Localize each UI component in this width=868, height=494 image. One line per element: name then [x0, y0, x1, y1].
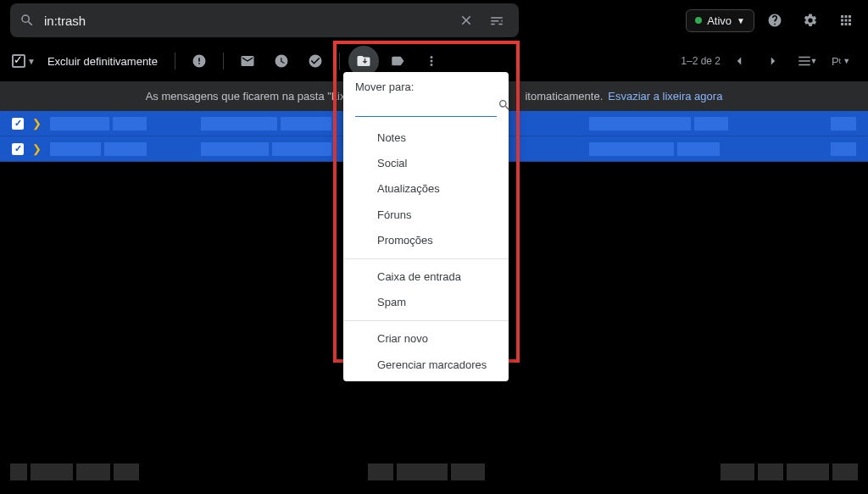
move-group-3: Criar novo Gerenciar marcadores	[343, 326, 509, 377]
report-spam-icon[interactable]	[184, 46, 214, 76]
move-to-popup: Mover para: Notes Social Atualizações Fó…	[343, 72, 509, 381]
divider	[343, 258, 509, 259]
add-task-icon[interactable]	[300, 46, 331, 76]
separator	[339, 53, 340, 69]
page-info: 1–2 de 2	[681, 55, 721, 67]
empty-trash-link[interactable]: Esvaziar a lixeira agora	[608, 90, 722, 103]
chevron-down-icon: ▼	[737, 16, 745, 25]
move-item-create-new[interactable]: Criar novo	[343, 326, 509, 352]
status-label: Ativo	[707, 14, 732, 27]
row-checkbox[interactable]: ✓	[12, 143, 24, 155]
move-item-spam[interactable]: Spam	[343, 290, 509, 315]
important-icon[interactable]: ❯	[32, 117, 42, 130]
density-icon[interactable]: ▼	[792, 46, 822, 76]
banner-text-left: As mensagens que ficarem na pasta "Lix	[146, 90, 346, 103]
status-dot-icon	[695, 17, 702, 24]
move-search[interactable]	[355, 97, 497, 117]
move-group-1: Notes Social Atualizações Fóruns Promoçõ…	[343, 125, 509, 253]
search-bar[interactable]	[10, 3, 519, 37]
clear-search-icon[interactable]	[451, 5, 481, 36]
separator	[223, 53, 224, 69]
row-checkbox[interactable]: ✓	[12, 118, 24, 130]
header-right: Ativo ▼	[686, 5, 861, 36]
snooze-icon[interactable]	[266, 46, 297, 76]
delete-forever-button[interactable]: Excluir definitivamente	[39, 55, 166, 68]
move-search-input[interactable]	[355, 100, 498, 113]
apps-icon[interactable]	[831, 5, 861, 36]
search-options-icon[interactable]	[481, 5, 512, 36]
input-tools-icon[interactable]: Pt▼	[826, 46, 856, 76]
move-item-notes[interactable]: Notes	[343, 125, 509, 151]
app-header: Ativo ▼	[0, 0, 868, 41]
important-icon[interactable]: ❯	[32, 142, 42, 155]
settings-icon[interactable]	[795, 5, 826, 36]
move-item-promotions[interactable]: Promoções	[343, 228, 509, 253]
toolbar-right: 1–2 de 2 ▼ Pt▼	[681, 46, 856, 76]
move-item-forums[interactable]: Fóruns	[343, 203, 509, 228]
search-input[interactable]	[44, 14, 451, 28]
move-group-2: Caixa de entrada Spam	[343, 264, 509, 315]
select-all-checkbox[interactable]: ▼	[12, 54, 36, 68]
separator	[175, 53, 175, 69]
chevron-down-icon[interactable]: ▼	[27, 57, 36, 66]
banner-text-right: itomaticamente.	[525, 90, 603, 103]
search-icon	[17, 10, 37, 31]
next-page-icon[interactable]	[758, 46, 788, 76]
checkbox-icon	[12, 54, 25, 68]
status-chip[interactable]: Ativo ▼	[686, 9, 754, 32]
bottom-redacted-bar	[10, 463, 858, 482]
move-item-inbox[interactable]: Caixa de entrada	[343, 264, 509, 290]
mark-unread-icon[interactable]	[232, 46, 263, 76]
prev-page-icon[interactable]	[724, 46, 754, 76]
move-item-updates[interactable]: Atualizações	[343, 176, 509, 202]
search-icon	[498, 98, 511, 114]
help-icon[interactable]	[760, 5, 790, 36]
move-popup-title: Mover para:	[343, 72, 509, 97]
move-item-manage-labels[interactable]: Gerenciar marcadores	[343, 352, 509, 378]
move-item-social[interactable]: Social	[343, 151, 509, 176]
divider	[343, 320, 509, 321]
